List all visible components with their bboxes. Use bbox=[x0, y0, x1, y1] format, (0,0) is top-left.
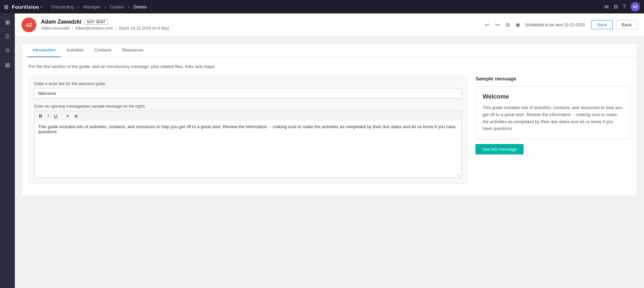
app-dropdown-icon[interactable]: ▾ bbox=[40, 5, 42, 9]
user-avatar: AZ bbox=[22, 17, 36, 32]
form-section: Enter a short title for the welcome guid… bbox=[29, 76, 467, 184]
preview-icon[interactable]: ◉ bbox=[514, 20, 522, 29]
settings-icon[interactable]: ⚙ bbox=[613, 4, 618, 10]
content-area: Introduction Activities Contacts Resourc… bbox=[15, 36, 644, 288]
tabs-bar: Introduction Activities Contacts Resourc… bbox=[22, 43, 637, 57]
editor-toolbar: B I U ≡ ≣ bbox=[34, 111, 462, 121]
header-actions: ↩ ↪ ⧉ ◉ Scheduled to be sent 10-12-2019 … bbox=[484, 20, 637, 29]
app-grid-icon[interactable]: ⊞ bbox=[4, 4, 8, 10]
intro-description: For the first section of the guide, and … bbox=[29, 64, 630, 69]
use-this-message-button[interactable]: Use this message bbox=[476, 144, 524, 154]
main-card: Introduction Activities Contacts Resourc… bbox=[22, 43, 637, 196]
top-nav-icons: ✉ ⚙ ? AZ bbox=[604, 2, 640, 11]
breadcrumb-onboarding[interactable]: Onboarding bbox=[51, 4, 74, 9]
breadcrumb: Onboarding › Manager › Guides › Details bbox=[49, 4, 604, 9]
breadcrumb-sep1: › bbox=[78, 4, 79, 9]
sidebar-layers-icon[interactable]: ⧉ bbox=[1, 44, 13, 57]
sidebar-grid-icon[interactable]: ⊞ bbox=[1, 16, 13, 28]
form-column: Enter a short title for the welcome guid… bbox=[29, 76, 467, 189]
sample-msg-heading: Welcome bbox=[483, 93, 623, 100]
tab-activities[interactable]: Activities bbox=[61, 43, 89, 57]
breadcrumb-manager[interactable]: Manager bbox=[83, 4, 100, 9]
message-label: Enter an opening message(see sample mess… bbox=[34, 104, 462, 109]
back-button[interactable]: Back bbox=[616, 20, 637, 29]
record-header: AZ Adam Zawadzki NOT SENT Sales Associat… bbox=[15, 13, 644, 36]
user-role: Sales Associate bbox=[41, 26, 70, 31]
help-icon[interactable]: ? bbox=[623, 4, 626, 10]
tab-contacts[interactable]: Contacts bbox=[89, 43, 117, 57]
ordered-list-button[interactable]: ≡ bbox=[64, 112, 71, 119]
breadcrumb-details: Details bbox=[134, 4, 147, 9]
copy-icon[interactable]: ⧉ bbox=[504, 21, 511, 29]
card-body: For the first section of the guide, and … bbox=[22, 57, 637, 196]
status-badge: NOT SENT bbox=[85, 20, 108, 25]
title-label: Enter a short title for the welcome guid… bbox=[34, 81, 462, 86]
undo-button[interactable]: ↩ bbox=[484, 20, 491, 29]
user-starts: Starts 10-12-2019 (in 8 day) bbox=[119, 26, 169, 31]
sidebar: ⊞ ☰ ⧉ ▦ bbox=[0, 13, 15, 288]
tab-resources[interactable]: Resources bbox=[117, 43, 149, 57]
italic-button[interactable]: I bbox=[45, 112, 51, 119]
breadcrumb-sep2: › bbox=[105, 4, 106, 9]
sample-message-column: Sample message Welcome This guide includ… bbox=[476, 76, 630, 154]
sample-msg-body: This guide includes lots of activities, … bbox=[483, 104, 623, 132]
sample-message-card: Welcome This guide includes lots of acti… bbox=[476, 86, 630, 139]
app-name: FourVision bbox=[12, 4, 39, 10]
redo-button[interactable]: ↪ bbox=[494, 20, 501, 29]
tab-introduction[interactable]: Introduction bbox=[27, 43, 61, 57]
user-avatar-top[interactable]: AZ bbox=[631, 2, 640, 11]
sidebar-dashboard-icon[interactable]: ▦ bbox=[1, 59, 13, 71]
message-editor[interactable]: This guide includes lots of activities, … bbox=[34, 121, 462, 178]
breadcrumb-sep3: › bbox=[128, 4, 129, 9]
message-content: This guide includes lots of activities, … bbox=[38, 124, 456, 134]
resize-handle[interactable]: ⤡ bbox=[457, 173, 460, 177]
sidebar-menu-icon[interactable]: ☰ bbox=[1, 30, 13, 42]
user-info: Adam Zawadzki NOT SENT Sales Associate |… bbox=[41, 19, 484, 31]
user-email: Adam@contoso.com bbox=[75, 26, 113, 31]
title-input[interactable] bbox=[34, 88, 462, 99]
underline-button[interactable]: U bbox=[52, 112, 60, 119]
user-name: Adam Zawadzki bbox=[41, 19, 81, 25]
user-meta: Sales Associate | Adam@contoso.com | Sta… bbox=[41, 26, 484, 31]
email-icon[interactable]: ✉ bbox=[604, 4, 609, 10]
two-column-layout: Enter a short title for the welcome guid… bbox=[29, 76, 630, 189]
scheduled-text: Scheduled to be sent 10-12-2019 bbox=[525, 23, 584, 27]
sample-message-title: Sample message bbox=[476, 76, 630, 81]
bold-button[interactable]: B bbox=[37, 112, 44, 119]
unordered-list-button[interactable]: ≣ bbox=[72, 112, 80, 119]
top-navigation: ⊞ FourVision ▾ Onboarding › Manager › Gu… bbox=[0, 0, 644, 13]
breadcrumb-guides[interactable]: Guides bbox=[110, 4, 124, 9]
main-content: AZ Adam Zawadzki NOT SENT Sales Associat… bbox=[15, 13, 644, 288]
save-button[interactable]: Save bbox=[591, 20, 613, 29]
